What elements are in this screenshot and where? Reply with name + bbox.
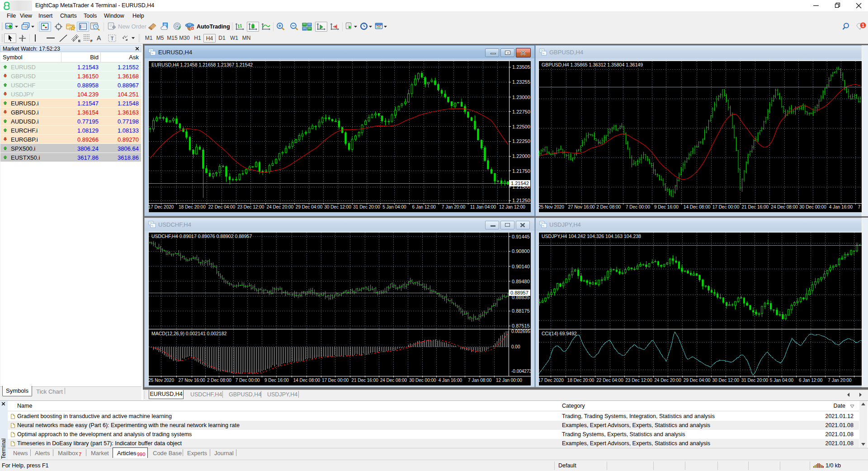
svg-text:1.23255: 1.23255 xyxy=(512,79,530,85)
svg-text:0.88175: 0.88175 xyxy=(512,308,530,314)
svg-text:17 Dec 00:00: 17 Dec 00:00 xyxy=(322,378,349,383)
svg-text:1.22750: 1.22750 xyxy=(512,109,530,114)
svg-text:17 Dec 2020: 17 Dec 2020 xyxy=(538,378,564,383)
svg-text:31 Dec 20:00: 31 Dec 20:00 xyxy=(741,378,769,383)
svg-text:17 Dec 00:00: 17 Dec 00:00 xyxy=(712,205,740,209)
svg-text:1.21542: 1.21542 xyxy=(511,181,529,186)
svg-text:1.23505: 1.23505 xyxy=(512,64,530,70)
svg-text:7 Jan 08:00: 7 Jan 08:00 xyxy=(858,205,862,209)
svg-text:0.91445: 0.91445 xyxy=(512,234,530,239)
svg-text:5 Jan 04:00: 5 Jan 04:00 xyxy=(770,378,794,383)
svg-text:29 Dec 04:00: 29 Dec 04:00 xyxy=(684,378,711,383)
svg-text:GBPUSD,H4 1.35865 1.36312 1.3: GBPUSD,H4 1.35865 1.36312 1.35804 1.3614… xyxy=(542,62,643,67)
svg-text:23 Dec 12:00: 23 Dec 12:00 xyxy=(237,205,264,209)
svg-text:F: F xyxy=(90,39,93,43)
svg-text:18 Dec 20:00: 18 Dec 20:00 xyxy=(567,378,594,383)
svg-text:MACD(12,26,9) 0.002141 0.00218: MACD(12,26,9) 0.002141 0.002182 xyxy=(151,331,227,336)
svg-text:1.22500: 1.22500 xyxy=(512,124,530,129)
svg-text:6 Jan 12:00: 6 Jan 12:00 xyxy=(412,205,436,209)
svg-text:0.90140: 0.90140 xyxy=(512,264,530,269)
svg-text:-0.004273: -0.004273 xyxy=(511,369,531,374)
svg-text:30 Dec 12:00: 30 Dec 12:00 xyxy=(712,378,740,383)
svg-text:7 Dec 00:00: 7 Dec 00:00 xyxy=(236,378,260,383)
svg-text:11 Jan 04:00: 11 Jan 04:00 xyxy=(470,205,496,209)
svg-text:T: T xyxy=(111,36,114,41)
svg-text:22 Dec 04:00: 22 Dec 04:00 xyxy=(208,205,236,209)
svg-text:1.22250: 1.22250 xyxy=(512,138,530,144)
svg-text:23 Dec 12:00: 23 Dec 12:00 xyxy=(625,378,652,383)
svg-text:21 Dec 16:00: 21 Dec 16:00 xyxy=(351,378,378,383)
svg-text:2 Dec 08:00: 2 Dec 08:00 xyxy=(207,378,231,383)
svg-text:12 Jan 00:00: 12 Jan 00:00 xyxy=(496,378,522,383)
svg-text:1.21250: 1.21250 xyxy=(512,198,530,203)
svg-text:24 Dec 08:00: 24 Dec 08:00 xyxy=(771,205,798,209)
svg-text:30 Dec 00:00: 30 Dec 00:00 xyxy=(409,378,436,383)
svg-text:1: 1 xyxy=(862,23,864,28)
svg-text:12 Jan 12:00: 12 Jan 12:00 xyxy=(499,205,525,209)
svg-text:0.88957: 0.88957 xyxy=(510,290,528,295)
svg-text:USDCHF,H4 0.89017 0.89076 0.8: USDCHF,H4 0.89017 0.89076 0.88902 0.8895… xyxy=(151,233,252,239)
svg-text:27 Nov 16:00: 27 Nov 16:00 xyxy=(568,205,595,209)
svg-text:30 Dec 00:00: 30 Dec 00:00 xyxy=(799,205,826,209)
svg-text:CCI(14) 69.9492: CCI(14) 69.9492 xyxy=(542,331,577,336)
svg-text:1.22000: 1.22000 xyxy=(512,153,530,159)
svg-text:7 Dec 00:00: 7 Dec 00:00 xyxy=(626,205,650,209)
svg-text:14 Dec 08:00: 14 Dec 08:00 xyxy=(293,378,321,383)
svg-text:1.21750: 1.21750 xyxy=(512,168,530,174)
svg-text:0.90800: 0.90800 xyxy=(512,248,530,254)
svg-text:24 Dec 20:00: 24 Dec 20:00 xyxy=(654,378,681,383)
svg-text:0.002695: 0.002695 xyxy=(511,329,530,334)
svg-text:0.00: 0.00 xyxy=(511,344,520,349)
svg-text:9 Dec 16:00: 9 Dec 16:00 xyxy=(654,205,679,209)
svg-text:24 Dec 20:00: 24 Dec 20:00 xyxy=(267,205,294,209)
svg-text:14 Dec 08:00: 14 Dec 08:00 xyxy=(684,205,711,209)
svg-text:7 Jan 20:00: 7 Jan 20:00 xyxy=(442,205,466,209)
svg-text:17 Dec 2020: 17 Dec 2020 xyxy=(148,205,174,209)
svg-text:31 Dec 20:00: 31 Dec 20:00 xyxy=(353,205,380,209)
svg-text:7 Jan 08:00: 7 Jan 08:00 xyxy=(468,378,492,383)
svg-text:1.23000: 1.23000 xyxy=(512,95,530,100)
svg-text:30 Dec 12:00: 30 Dec 12:00 xyxy=(324,205,351,209)
svg-text:0.89480: 0.89480 xyxy=(512,279,530,284)
svg-text:USDJPY,H4 104.242 104.326 104: USDJPY,H4 104.242 104.326 104.163 104.23… xyxy=(542,233,641,239)
svg-text:2 Dec 08:00: 2 Dec 08:00 xyxy=(596,205,621,209)
svg-text:21 Dec 16:00: 21 Dec 16:00 xyxy=(742,205,769,209)
svg-text:4 Jan 16:00: 4 Jan 16:00 xyxy=(439,378,462,383)
svg-text:27 Nov 16:00: 27 Nov 16:00 xyxy=(178,378,205,383)
svg-text:25 Nov 2020: 25 Nov 2020 xyxy=(148,378,174,383)
svg-text:29 Dec 04:00: 29 Dec 04:00 xyxy=(296,205,323,209)
svg-text:25 Nov 2020: 25 Nov 2020 xyxy=(538,205,564,209)
svg-text:24 Dec 08:00: 24 Dec 08:00 xyxy=(380,378,407,383)
svg-text:E: E xyxy=(78,39,81,43)
svg-text:0.87515: 0.87515 xyxy=(512,323,530,328)
svg-text:18 Dec 20:00: 18 Dec 20:00 xyxy=(179,205,206,209)
svg-text:9 Dec 16:00: 9 Dec 16:00 xyxy=(264,378,289,383)
svg-text:5 Jan 04:00: 5 Jan 04:00 xyxy=(382,205,406,209)
svg-text:7 Jan 20:00: 7 Jan 20:00 xyxy=(828,378,852,383)
svg-text:4 Jan 16:00: 4 Jan 16:00 xyxy=(829,205,853,209)
svg-text:EURUSD,H4 1.21458 1.21658 1.2: EURUSD,H4 1.21458 1.21658 1.21367 1.2154… xyxy=(151,62,253,67)
svg-text:22 Dec 04:00: 22 Dec 04:00 xyxy=(596,378,623,383)
svg-text:6 Jan 12:00: 6 Jan 12:00 xyxy=(799,378,823,383)
